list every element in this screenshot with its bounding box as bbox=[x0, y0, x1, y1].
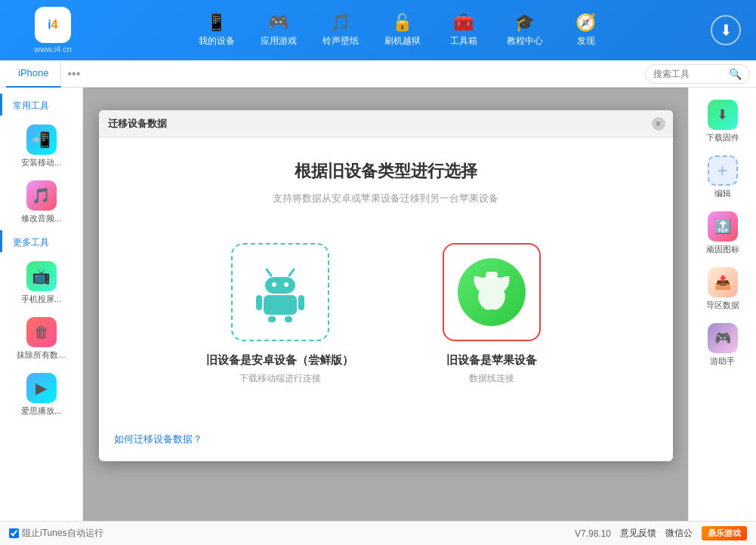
nav-jailbreak-label: 刷机越狱 bbox=[384, 35, 421, 48]
nav-items: 📱 我的设备 🎮 应用游戏 🎵 铃声壁纸 🔓 刷机越狱 🧰 工具箱 🎓 教程中心… bbox=[98, 8, 703, 52]
nav-tools-label: 工具箱 bbox=[450, 35, 477, 48]
screen-icon: 📺 bbox=[26, 261, 57, 291]
modal-close-button[interactable]: × bbox=[652, 117, 665, 131]
download-button[interactable]: ⬇ bbox=[711, 15, 741, 45]
apple-logo-svg bbox=[473, 272, 511, 313]
sidebar-audio-label: 修改音频... bbox=[21, 213, 61, 224]
topicon-icon: 🔝 bbox=[708, 211, 738, 242]
logo-url: www.i4.cn bbox=[34, 45, 72, 54]
footer-wechat[interactable]: 微信公 bbox=[665, 527, 693, 540]
svg-point-3 bbox=[272, 282, 276, 287]
nav-jailbreak[interactable]: 🔓 刷机越狱 bbox=[375, 8, 430, 52]
svg-line-0 bbox=[267, 269, 271, 276]
nav-apps-label: 应用游戏 bbox=[261, 35, 297, 48]
svg-rect-7 bbox=[298, 295, 304, 310]
brand-label: 鼎乐游戏 bbox=[708, 528, 741, 537]
android-robot-svg bbox=[250, 262, 310, 322]
sidebar-install-label: 安装移动... bbox=[21, 157, 61, 168]
jailbreak-icon: 🔓 bbox=[392, 13, 412, 32]
logo-icon: i4 bbox=[35, 7, 71, 43]
right-sidebar: ⬇ 下载固件 + 编辑 🔝 顽固图标 📤 导区数据 🎮 游助手 bbox=[688, 88, 756, 521]
content-area: 迁移设备数据 × 根据旧设备类型进行选择 支持将数据从安卓或苹果设备迁移到另一台… bbox=[83, 88, 688, 521]
migrate-help-link[interactable]: 如何迁移设备数据？ bbox=[114, 433, 202, 445]
ringtones-icon: 🎵 bbox=[330, 13, 350, 32]
footer-checkbox-area[interactable]: 阻止iTunes自动运行 bbox=[9, 527, 103, 540]
game-icon: 🎮 bbox=[708, 323, 738, 353]
nav-tutorials[interactable]: 🎓 教程中心 bbox=[498, 8, 552, 52]
android-option-desc: 下载移动端进行连接 bbox=[239, 372, 321, 385]
audio-icon: 🎵 bbox=[26, 180, 57, 211]
sidebar-item-erase[interactable]: 🗑 抹除所有数... bbox=[0, 311, 82, 367]
rs-game-label: 游助手 bbox=[710, 356, 735, 367]
itunes-checkbox[interactable] bbox=[9, 528, 19, 538]
rs-add-label: 编辑 bbox=[714, 188, 731, 199]
search-input[interactable] bbox=[653, 69, 729, 79]
rs-item-topicon[interactable]: 🔝 顽固图标 bbox=[689, 205, 756, 261]
logo-area: i4 www.i4.cn bbox=[8, 7, 98, 54]
discover-icon: 🧭 bbox=[575, 13, 596, 32]
sidebar-item-install[interactable]: 📲 安装移动... bbox=[0, 119, 82, 174]
sidebar-item-play[interactable]: ▶ 爱思播放... bbox=[0, 367, 82, 423]
svg-line-1 bbox=[289, 269, 294, 276]
modal-main-title: 根据旧设备类型进行选择 bbox=[114, 160, 658, 183]
option-apple[interactable]: 旧设备是苹果设备 数据线连接 bbox=[416, 243, 567, 385]
sidebar-play-label: 爱思播放... bbox=[21, 405, 61, 417]
apple-icon-wrap bbox=[443, 243, 541, 341]
footer: 阻止iTunes自动运行 V7.98.10 意见反馈 微信公 鼎乐游戏 bbox=[0, 521, 756, 545]
sidebar-section-common: 常用工具 bbox=[0, 94, 82, 115]
sidebar-item-audio[interactable]: 🎵 修改音频... bbox=[0, 174, 82, 230]
sidebar-erase-label: 抹除所有数... bbox=[17, 349, 65, 361]
modal-subtitle: 支持将数据从安卓或苹果设备迁移到另一台苹果设备 bbox=[114, 192, 658, 205]
modal-overlay: 迁移设备数据 × 根据旧设备类型进行选择 支持将数据从安卓或苹果设备迁移到另一台… bbox=[83, 88, 688, 521]
sidebar-screen-label: 手机投屏... bbox=[21, 294, 61, 305]
nav-discover-label: 发现 bbox=[577, 35, 595, 48]
add-icon: + bbox=[708, 155, 738, 186]
nav-apps[interactable]: 🎮 应用游戏 bbox=[251, 8, 306, 52]
footer-feedback[interactable]: 意见反馈 bbox=[620, 527, 656, 540]
rs-item-add[interactable]: + 编辑 bbox=[689, 149, 756, 205]
nav-tutorials-label: 教程中心 bbox=[507, 35, 543, 48]
main-container: 常用工具 📲 安装移动... 🎵 修改音频... 更多工具 📺 手机投屏... … bbox=[0, 88, 756, 521]
nav-discover[interactable]: 🧭 发现 bbox=[560, 8, 613, 52]
modal-header: 迁移设备数据 × bbox=[99, 110, 673, 137]
tab-bar: iPhone ••• 🔍 bbox=[0, 60, 756, 88]
apple-option-name: 旧设备是苹果设备 bbox=[446, 353, 537, 368]
apps-icon: 🎮 bbox=[268, 13, 289, 32]
rs-download-fw-label: 下载固件 bbox=[706, 132, 739, 143]
tab-search-box[interactable]: 🔍 bbox=[645, 64, 750, 84]
apple-logo-circle bbox=[458, 258, 526, 326]
nav-my-device-label: 我的设备 bbox=[199, 35, 235, 48]
nav-my-device[interactable]: 📱 我的设备 bbox=[190, 8, 244, 52]
tab-more-button[interactable]: ••• bbox=[61, 67, 86, 81]
android-icon-wrap bbox=[231, 243, 329, 341]
nav-ringtones[interactable]: 🎵 铃声壁纸 bbox=[313, 8, 368, 52]
device-icon: 📱 bbox=[206, 13, 227, 32]
play-icon: ▶ bbox=[26, 373, 57, 403]
rs-item-game[interactable]: 🎮 游助手 bbox=[689, 317, 756, 373]
nav-ringtones-label: 铃声壁纸 bbox=[322, 35, 359, 48]
rs-topicon-label: 顽固图标 bbox=[706, 244, 739, 255]
erase-icon: 🗑 bbox=[26, 317, 57, 347]
migrate-modal: 迁移设备数据 × 根据旧设备类型进行选择 支持将数据从安卓或苹果设备迁移到另一台… bbox=[99, 110, 673, 461]
option-android[interactable]: 旧设备是安卓设备（尝鲜版） 下载移动端进行连接 bbox=[205, 243, 356, 385]
rs-item-download-fw[interactable]: ⬇ 下载固件 bbox=[689, 94, 756, 149]
header-right: ⬇ bbox=[703, 15, 748, 45]
sidebar-item-screen[interactable]: 📺 手机投屏... bbox=[0, 255, 82, 311]
brand-badge: 鼎乐游戏 bbox=[702, 526, 747, 540]
header: i4 www.i4.cn 📱 我的设备 🎮 应用游戏 🎵 铃声壁纸 🔓 刷机越狱… bbox=[0, 0, 756, 60]
search-icon[interactable]: 🔍 bbox=[729, 68, 742, 80]
tutorials-icon: 🎓 bbox=[514, 13, 535, 32]
android-option-name: 旧设备是安卓设备（尝鲜版） bbox=[206, 353, 353, 368]
nav-tools[interactable]: 🧰 工具箱 bbox=[437, 8, 490, 52]
sidebar: 常用工具 📲 安装移动... 🎵 修改音频... 更多工具 📺 手机投屏... … bbox=[0, 88, 83, 521]
tab-iphone[interactable]: iPhone bbox=[6, 60, 61, 88]
svg-rect-6 bbox=[256, 295, 262, 310]
rs-item-export[interactable]: 📤 导区数据 bbox=[689, 261, 756, 317]
export-icon: 📤 bbox=[708, 267, 738, 297]
footer-right: V7.98.10 意见反馈 微信公 鼎乐游戏 bbox=[575, 526, 747, 540]
svg-point-4 bbox=[284, 282, 289, 287]
modal-title: 迁移设备数据 bbox=[108, 117, 167, 131]
svg-rect-9 bbox=[285, 316, 292, 322]
rs-export-label: 导区数据 bbox=[706, 300, 739, 311]
tools-icon: 🧰 bbox=[453, 13, 474, 32]
